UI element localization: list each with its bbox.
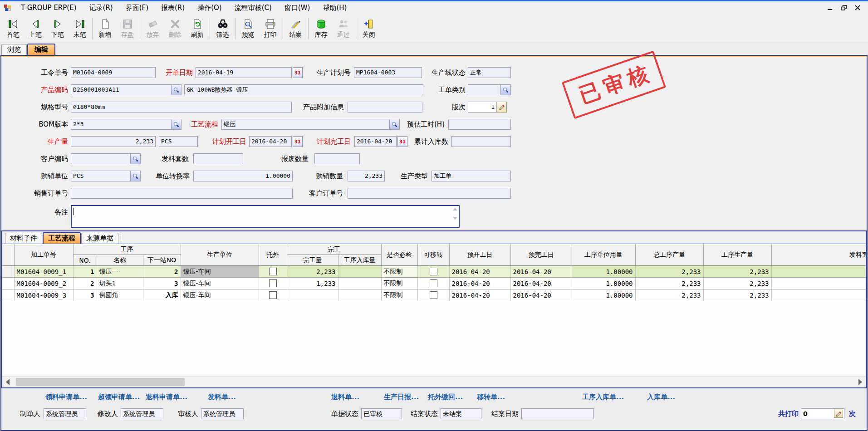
cell-issue-sets[interactable] — [771, 278, 866, 289]
cell-step-output[interactable]: 2,233 — [703, 289, 771, 301]
cell-pre-start[interactable]: 2016-04-20 — [449, 278, 510, 289]
menu-operation[interactable]: 操作(O) — [191, 3, 228, 13]
scroll-up-icon[interactable] — [453, 208, 457, 211]
prev-record-button[interactable]: 上笔 — [24, 15, 46, 42]
unit-rate-field[interactable]: 1.00000 — [193, 171, 293, 181]
col-header-order[interactable]: 加工单号 — [14, 244, 73, 266]
col-header-in-qty[interactable]: 工序入库量 — [338, 255, 381, 266]
menu-interface[interactable]: 界面(F) — [119, 3, 155, 13]
cell-unit[interactable]: 锻压-车间 — [181, 278, 259, 289]
outsource-checkbox[interactable] — [269, 279, 277, 287]
cell-outsource[interactable] — [259, 278, 287, 289]
open-date-field[interactable]: 2016-04-19 — [196, 67, 292, 78]
refresh-button[interactable]: 刷新 — [186, 15, 208, 42]
product-code-field[interactable]: D250001003A11 — [71, 84, 181, 95]
cell-pre-end[interactable]: 2016-04-20 — [510, 289, 572, 301]
link-material-request[interactable]: 领料申请单... — [45, 393, 87, 402]
cell-order[interactable]: M01604-0009_1 — [14, 266, 73, 278]
cell-must-check[interactable]: 不限制 — [381, 289, 417, 301]
print-count-edit-icon[interactable] — [834, 410, 843, 418]
version-edit-icon[interactable] — [497, 102, 507, 113]
print-count-field[interactable]: 0 — [801, 408, 844, 419]
total-in-field[interactable] — [451, 136, 511, 147]
open-date-calendar-icon[interactable]: 31 — [293, 67, 303, 78]
transferable-checkbox[interactable] — [430, 268, 437, 275]
cell-must-check[interactable]: 不限制 — [381, 266, 417, 278]
col-header-total-output[interactable]: 总工序产量 — [635, 244, 703, 266]
prod-type-field[interactable]: 加工单 — [432, 171, 511, 181]
print-button[interactable]: 打印 — [259, 15, 281, 42]
menu-report[interactable]: 报表(R) — [155, 3, 191, 13]
cell-no[interactable]: 2 — [73, 278, 97, 289]
last-record-button[interactable]: 末笔 — [69, 15, 91, 42]
filter-button[interactable]: 筛选 — [211, 15, 234, 42]
cell-no[interactable]: 1 — [73, 266, 97, 278]
col-header-pre-start[interactable]: 预开工日 — [449, 244, 510, 266]
cell-pre-end[interactable]: 2016-04-20 — [510, 266, 572, 278]
cell-in-qty[interactable] — [338, 266, 381, 278]
version-field[interactable]: 1 — [468, 102, 497, 113]
cell-pre-end[interactable]: 2016-04-20 — [510, 278, 572, 289]
cell-no[interactable]: 3 — [73, 289, 97, 301]
tab-materials[interactable]: 材料子件 — [5, 233, 42, 244]
scroll-right-icon[interactable] — [858, 379, 862, 385]
cell-done-qty[interactable]: 2,233 — [287, 266, 338, 278]
menu-tgroup-erp[interactable]: T-GROUP ERP(E) — [15, 3, 83, 13]
minimize-icon[interactable] — [827, 5, 834, 10]
cell-in-qty[interactable] — [338, 278, 381, 289]
cell-total-output[interactable]: 2,233 — [635, 289, 703, 301]
col-header-unit-usage[interactable]: 工序单位用量 — [572, 244, 635, 266]
cell-order[interactable]: M01604-0009_3 — [14, 289, 73, 301]
cell-step-output[interactable]: 2,233 — [703, 278, 771, 289]
col-header-issue-sets[interactable]: 发料套数 — [771, 244, 866, 266]
preview-button[interactable]: 预览 — [237, 15, 259, 42]
order-type-field[interactable] — [468, 84, 511, 95]
cell-in-qty[interactable] — [338, 289, 381, 301]
menu-record[interactable]: 记录(R) — [83, 3, 119, 13]
link-transfer-doc[interactable]: 移转单... — [477, 393, 505, 402]
plan-start-calendar-icon[interactable]: 31 — [293, 136, 303, 147]
row-indicator[interactable] — [2, 278, 14, 289]
cell-unit-usage[interactable]: 1.00000 — [572, 266, 635, 278]
close-case-button[interactable]: 结案 — [284, 15, 307, 42]
scrap-qty-field[interactable] — [314, 153, 360, 164]
col-header-pre-end[interactable]: 预完工日 — [510, 244, 572, 266]
cell-transferable[interactable] — [417, 289, 449, 301]
outsource-checkbox[interactable] — [269, 291, 277, 299]
order-type-lookup-icon[interactable] — [500, 85, 510, 95]
tab-edit[interactable]: 编辑 — [27, 44, 55, 55]
cell-pre-start[interactable]: 2016-04-20 — [449, 289, 510, 301]
order-no-field[interactable]: M01604-0009 — [71, 67, 156, 78]
scroll-left-icon[interactable] — [6, 379, 10, 385]
cell-done-qty[interactable] — [287, 289, 338, 301]
horizontal-scrollbar[interactable] — [2, 377, 866, 387]
plan-start-field[interactable]: 2016-04-20 — [249, 136, 292, 147]
link-daily-report[interactable]: 生产日报... — [384, 393, 419, 402]
col-header-outsource[interactable]: 托外 — [259, 244, 287, 266]
sales-order-field[interactable] — [71, 188, 293, 199]
cell-name[interactable]: 锻压一 — [97, 266, 143, 278]
qty-unit-field[interactable]: PCS — [159, 136, 198, 147]
cell-next[interactable]: 3 — [143, 278, 181, 289]
process-flow-field[interactable]: 锻压 — [221, 119, 400, 130]
tab-source-docs[interactable]: 来源单据 — [81, 233, 118, 244]
restore-icon[interactable] — [841, 5, 847, 10]
col-header-must-check[interactable]: 是否必检 — [381, 244, 417, 266]
cell-next[interactable]: 2 — [143, 266, 181, 278]
line-status-field[interactable]: 正常 — [468, 67, 511, 78]
transferable-checkbox[interactable] — [430, 279, 437, 287]
first-record-button[interactable]: 首笔 — [2, 15, 24, 42]
cell-transferable[interactable] — [417, 278, 449, 289]
cell-done-qty[interactable]: 1,233 — [287, 278, 338, 289]
cell-name[interactable]: 切头1 — [97, 278, 143, 289]
cell-issue-sets[interactable] — [771, 289, 866, 301]
remark-field[interactable] — [71, 205, 460, 228]
next-record-button[interactable]: 下笔 — [46, 15, 69, 42]
customer-code-field[interactable] — [71, 153, 141, 164]
qty-field[interactable]: 2,233 — [71, 136, 156, 147]
link-over-issue-request[interactable]: 超领申请单... — [98, 393, 140, 402]
outsource-checkbox[interactable] — [269, 268, 277, 275]
menu-workflow-audit[interactable]: 流程审核(C) — [228, 3, 278, 13]
customer-order-field[interactable] — [348, 188, 511, 199]
link-outsource-return[interactable]: 托外缴回... — [428, 393, 463, 402]
